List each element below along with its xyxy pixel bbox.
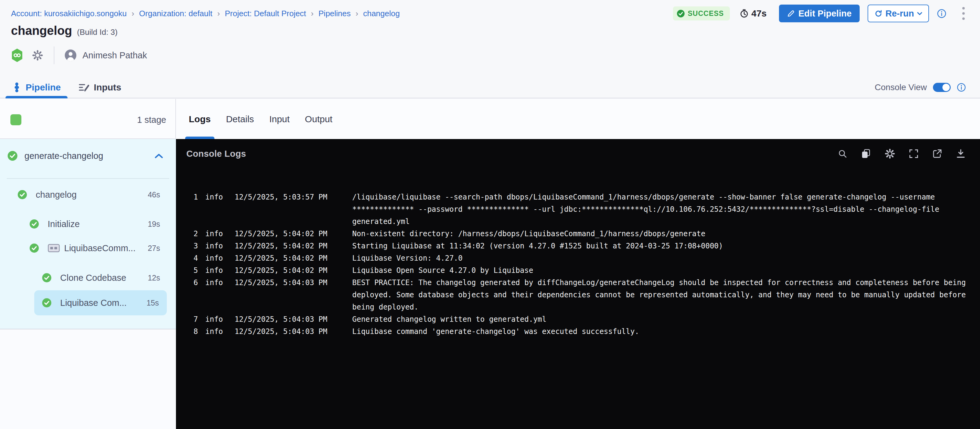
log-message: Non-existent directory: /harness/dbops/L… bbox=[352, 228, 975, 240]
tree-item[interactable]: Liquibase Com...15s bbox=[34, 290, 167, 315]
log-row: 4info12/5/2025, 5:04:02 PMLiquibase Vers… bbox=[176, 252, 980, 264]
tree-item-duration: 27s bbox=[148, 244, 160, 253]
step-group-icon bbox=[48, 244, 60, 253]
rerun-label: Re-run bbox=[886, 8, 914, 19]
breadcrumb-item[interactable]: Project: Default Project bbox=[225, 9, 306, 18]
tab-inputs[interactable]: Inputs bbox=[72, 77, 128, 98]
tree-item-label: Initialize bbox=[48, 219, 80, 229]
console-view-control: Console View bbox=[875, 83, 966, 92]
log-line-number: 2 bbox=[186, 228, 198, 240]
log-timestamp: 12/5/2025, 5:04:02 PM bbox=[235, 228, 329, 240]
log-level: info bbox=[205, 240, 221, 252]
log-timestamp: 12/5/2025, 5:04:03 PM bbox=[235, 325, 329, 338]
console-view-label: Console View bbox=[875, 83, 927, 92]
avatar bbox=[65, 49, 76, 61]
pencil-icon bbox=[787, 10, 795, 18]
info-icon[interactable] bbox=[957, 83, 966, 92]
pipeline-icon bbox=[12, 82, 21, 92]
breadcrumb-item[interactable]: Account: kurosakiichigo.songoku bbox=[11, 9, 127, 18]
log-level: info bbox=[205, 325, 221, 338]
settings-gear-icon[interactable] bbox=[885, 148, 896, 159]
more-options-kebab-icon[interactable] bbox=[959, 6, 968, 21]
log-row: 7info12/5/2025, 5:04:03 PMGenerated chan… bbox=[176, 313, 980, 325]
tree-item[interactable]: changelog46s bbox=[0, 185, 176, 204]
breadcrumb-separator: › bbox=[311, 9, 314, 18]
log-timestamp: 12/5/2025, 5:04:03 PM bbox=[235, 276, 329, 289]
main-tab-bar: Pipeline Inputs Console View bbox=[0, 77, 980, 98]
log-section: LogsDetailsInputOutput Console Logs bbox=[176, 99, 980, 429]
log-row: 1info12/5/2025, 5:03:57 PM/liquibase/liq… bbox=[176, 191, 980, 228]
stage-minimap: 1 stage bbox=[0, 99, 176, 139]
breadcrumb-separator: › bbox=[217, 9, 220, 18]
execution-sidebar: 1 stage generate-changelog changelog46sI… bbox=[0, 99, 176, 429]
rerun-button[interactable]: Re-run bbox=[867, 5, 929, 22]
log-lines: 1info12/5/2025, 5:03:57 PM/liquibase/liq… bbox=[176, 191, 980, 338]
success-check-icon bbox=[29, 243, 39, 253]
success-check-icon bbox=[29, 219, 39, 229]
tree-item[interactable]: LiquibaseComm...27s bbox=[0, 238, 176, 258]
breadcrumb-item[interactable]: changelog bbox=[363, 9, 400, 18]
log-line-number: 3 bbox=[186, 240, 198, 252]
tab-pipeline-label: Pipeline bbox=[25, 82, 61, 92]
tree-item-label: changelog bbox=[36, 190, 77, 200]
build-id: (Build Id: 3) bbox=[77, 27, 118, 37]
download-icon[interactable] bbox=[956, 148, 966, 159]
log-line-number: 5 bbox=[186, 264, 198, 276]
success-check-icon bbox=[42, 273, 52, 283]
open-in-new-icon[interactable] bbox=[932, 148, 942, 159]
info-icon[interactable] bbox=[937, 9, 947, 18]
log-message: Starting Liquibase at 11:34:02 (version … bbox=[352, 240, 975, 252]
tab-pipeline[interactable]: Pipeline bbox=[5, 77, 67, 98]
vertical-divider bbox=[54, 46, 54, 64]
log-timestamp: 12/5/2025, 5:04:02 PM bbox=[235, 264, 329, 276]
meta-row: Animesh Pathak bbox=[10, 45, 147, 66]
fullscreen-icon[interactable] bbox=[908, 148, 919, 159]
breadcrumb-separator: › bbox=[356, 9, 358, 18]
log-line-number: 1 bbox=[186, 191, 198, 203]
stage-node[interactable] bbox=[10, 114, 21, 125]
breadcrumb-separator: › bbox=[132, 9, 134, 18]
log-level: info bbox=[205, 313, 221, 325]
log-line-number: 4 bbox=[186, 252, 198, 264]
log-row: 2info12/5/2025, 5:04:02 PMNon-existent d… bbox=[176, 228, 980, 240]
refresh-icon bbox=[874, 10, 883, 18]
ci-module-icon bbox=[10, 48, 24, 63]
log-message: Generated changelog written to generated… bbox=[352, 313, 975, 325]
status-badge-label: SUCCESS bbox=[688, 10, 724, 18]
content: 1 stage generate-changelog changelog46sI… bbox=[0, 99, 980, 429]
console-toolbar bbox=[837, 148, 966, 159]
tree-item-label: LiquibaseComm... bbox=[64, 243, 136, 253]
log-message: Liquibase command 'generate-changelog' w… bbox=[352, 325, 975, 338]
breadcrumb-item[interactable]: Pipelines bbox=[319, 9, 351, 18]
log-tab-details[interactable]: Details bbox=[226, 99, 254, 139]
search-icon[interactable] bbox=[837, 148, 848, 159]
breadcrumb-item[interactable]: Organization: default bbox=[139, 9, 212, 18]
clock-icon bbox=[740, 9, 749, 18]
log-row: 5info12/5/2025, 5:04:02 PMLiquibase Open… bbox=[176, 264, 980, 276]
log-tab-logs[interactable]: Logs bbox=[189, 99, 211, 139]
log-tab-input[interactable]: Input bbox=[269, 99, 290, 139]
log-timestamp: 12/5/2025, 5:04:02 PM bbox=[235, 252, 329, 264]
log-message: Liquibase Version: 4.27.0 bbox=[352, 252, 975, 264]
title-row: changelog (Build Id: 3) bbox=[11, 24, 118, 38]
stage-tree-panel: generate-changelog changelog46sInitializ… bbox=[0, 139, 176, 329]
log-row: 6info12/5/2025, 5:04:03 PMBEST PRACTICE:… bbox=[176, 276, 980, 313]
success-check-icon bbox=[677, 10, 685, 18]
log-level: info bbox=[205, 276, 221, 289]
stage-count: 1 stage bbox=[137, 115, 166, 125]
tree-item[interactable]: Initialize19s bbox=[0, 214, 176, 234]
log-tab-output[interactable]: Output bbox=[305, 99, 332, 139]
gear-icon[interactable] bbox=[32, 49, 43, 61]
log-message: BEST PRACTICE: The changelog generated b… bbox=[352, 276, 975, 313]
log-message: Liquibase Open Source 4.27.0 by Liquibas… bbox=[352, 264, 975, 276]
edit-pipeline-button[interactable]: Edit Pipeline bbox=[779, 5, 860, 22]
copy-icon[interactable] bbox=[861, 148, 871, 159]
log-row: 3info12/5/2025, 5:04:02 PMStarting Liqui… bbox=[176, 240, 980, 252]
log-line-number: 8 bbox=[186, 325, 198, 338]
console-header: Console Logs bbox=[176, 139, 980, 168]
stage-tree: changelog46sInitialize19sLiquibaseComm..… bbox=[0, 139, 176, 329]
console-title: Console Logs bbox=[186, 149, 246, 159]
tree-item-duration: 12s bbox=[148, 273, 160, 282]
console-view-toggle[interactable] bbox=[933, 83, 951, 92]
tree-item[interactable]: Clone Codebase12s bbox=[0, 268, 176, 287]
